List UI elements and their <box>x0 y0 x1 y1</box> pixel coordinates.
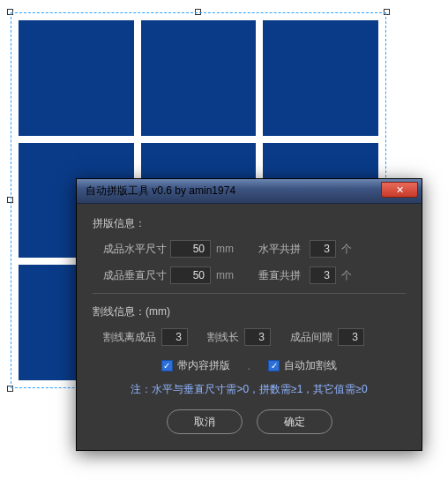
label-v-size: 成品垂直尺寸 <box>103 268 170 283</box>
selection-handle[interactable] <box>7 9 13 15</box>
input-cut-offset[interactable] <box>161 328 188 346</box>
row-v-size: 成品垂直尺寸 mm 垂直共拼 个 <box>93 266 406 284</box>
input-v-size[interactable] <box>170 266 211 284</box>
ok-button[interactable]: 确定 <box>257 409 332 434</box>
check-icon: ✓ <box>161 360 173 371</box>
unit-mm: mm <box>216 243 234 255</box>
label-cut-offset: 割线离成品 <box>103 330 156 345</box>
label-v-count: 垂直共拼 <box>258 268 310 283</box>
checkbox-auto-cutline[interactable]: ✓ 自动加割线 <box>268 358 337 373</box>
dialog-title: 自动拼版工具 v0.6 by amin1974 <box>86 184 235 199</box>
unit-count: 个 <box>341 242 352 257</box>
section-imposition-title: 拼版信息： <box>93 216 406 231</box>
label-h-count: 水平共拼 <box>258 242 310 257</box>
close-button[interactable]: ✕ <box>381 182 418 198</box>
imposition-dialog: 自动拼版工具 v0.6 by amin1974 ✕ 拼版信息： 成品水平尺寸 m… <box>76 178 422 451</box>
check-icon: ✓ <box>268 360 280 371</box>
cancel-button[interactable]: 取消 <box>167 409 243 434</box>
selection-handle[interactable] <box>195 9 201 15</box>
input-h-size[interactable] <box>170 240 211 258</box>
section-cutline-title: 割线信息：(mm) <box>93 304 406 319</box>
close-icon: ✕ <box>396 184 404 196</box>
selection-handle[interactable] <box>7 386 13 392</box>
label-cut-length: 割线长 <box>207 330 239 345</box>
dialog-body: 拼版信息： 成品水平尺寸 mm 水平共拼 个 成品垂直尺寸 mm 垂直共拼 个 … <box>77 204 422 450</box>
input-gap[interactable] <box>338 328 364 346</box>
row-cutline: 割线离成品 割线长 成品间隙 <box>93 328 406 346</box>
selection-handle[interactable] <box>384 9 390 15</box>
preview-cell <box>141 20 257 136</box>
label-gap: 成品间隙 <box>290 330 332 345</box>
input-cut-length[interactable] <box>244 328 271 346</box>
label-h-size: 成品水平尺寸 <box>103 242 170 257</box>
unit-count: 个 <box>341 268 352 283</box>
button-row: 取消 确定 <box>93 409 406 434</box>
checkbox-with-content[interactable]: ✓ 带内容拼版 <box>161 358 230 373</box>
preview-cell <box>263 20 378 136</box>
input-h-count[interactable] <box>310 240 336 258</box>
dialog-titlebar[interactable]: 自动拼版工具 v0.6 by amin1974 ✕ <box>77 179 422 204</box>
row-h-size: 成品水平尺寸 mm 水平共拼 个 <box>93 240 406 258</box>
input-v-count[interactable] <box>310 266 336 284</box>
selection-handle[interactable] <box>7 197 13 203</box>
checkbox-auto-cutline-label: 自动加割线 <box>284 358 337 373</box>
checkbox-with-content-label: 带内容拼版 <box>177 358 230 373</box>
note-text: 注：水平与垂直尺寸需>0，拼数需≥1，其它值需≥0 <box>93 382 406 397</box>
preview-cell <box>19 20 134 136</box>
checkbox-row: ✓ 带内容拼版 . ✓ 自动加割线 <box>93 358 406 373</box>
unit-mm: mm <box>216 269 234 281</box>
separator-dot: . <box>248 360 250 372</box>
divider <box>93 293 406 294</box>
